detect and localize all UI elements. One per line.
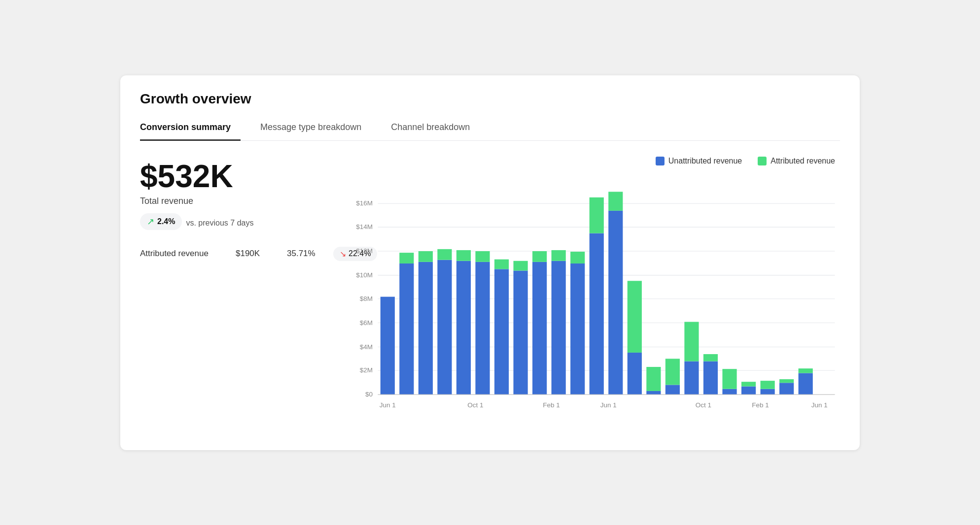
- bar-unattr-18: [722, 389, 736, 394]
- bar-unattr-1: [399, 263, 414, 394]
- legend-unattributed: Unattributed revenue: [656, 157, 742, 165]
- svg-text:$0: $0: [365, 391, 373, 398]
- bar-attr-21: [779, 379, 794, 383]
- bar-unattr-13: [628, 352, 642, 394]
- bar-attr-6: [494, 259, 509, 269]
- bar-unattr-5: [475, 262, 490, 394]
- attributed-label: Attributed revenue: [770, 157, 835, 165]
- bar-unattr-0: [381, 296, 395, 394]
- attributed-revenue-row: Attributed revenue $190K 35.71% ↘ 22.4%: [140, 247, 327, 261]
- attributed-label: Attributed revenue: [140, 249, 224, 259]
- bar-unattr-8: [532, 262, 547, 394]
- legend-attributed: Attributed revenue: [758, 157, 835, 165]
- bar-unattr-2: [419, 262, 433, 394]
- svg-text:$2M: $2M: [360, 366, 373, 374]
- tab-channel-breakdown[interactable]: Channel breakdown: [391, 117, 480, 141]
- svg-text:$6M: $6M: [360, 319, 373, 326]
- bar-attr-2: [419, 251, 433, 262]
- bar-attr-13: [628, 281, 642, 353]
- bar-attr-16: [684, 322, 699, 361]
- bar-attr-8: [532, 251, 547, 262]
- arrow-up-icon: ↗: [147, 216, 154, 227]
- chart-legend: Unattributed revenue Attributed revenue: [347, 157, 835, 165]
- svg-text:Feb 1: Feb 1: [752, 401, 769, 409]
- svg-text:$4M: $4M: [360, 343, 373, 350]
- bar-unattr-14: [646, 391, 661, 394]
- bar-unattr-11: [590, 233, 604, 394]
- bar-unattr-4: [456, 261, 471, 394]
- unattributed-color-swatch: [656, 157, 665, 165]
- bar-unattr-10: [570, 263, 585, 394]
- bar-attr-1: [399, 253, 414, 263]
- bar-attr-11: [590, 197, 604, 233]
- attributed-color-swatch: [758, 157, 767, 165]
- left-panel: $532K Total revenue ↗ 2.4% vs. previous …: [140, 157, 327, 261]
- tabs-container: Conversion summary Message type breakdow…: [140, 117, 840, 141]
- bar-unattr-21: [779, 383, 794, 394]
- bar-attr-17: [703, 354, 718, 361]
- bar-unattr-22: [799, 373, 813, 394]
- bar-unattr-12: [608, 210, 623, 394]
- bar-unattr-7: [514, 270, 528, 394]
- bar-unattr-3: [437, 260, 452, 394]
- bar-unattr-9: [552, 261, 566, 394]
- chart-container: $0 $2M $4M $6M $8M $10M $12M $14M $16M: [347, 174, 840, 430]
- growth-overview-card: Growth overview Conversion summary Messa…: [120, 75, 860, 450]
- bar-attr-19: [741, 382, 756, 386]
- bar-attr-4: [456, 250, 471, 261]
- bar-unattr-16: [684, 361, 699, 394]
- bar-attr-10: [570, 252, 585, 263]
- svg-text:$14M: $14M: [356, 223, 373, 230]
- tab-message-type[interactable]: Message type breakdown: [260, 117, 371, 141]
- bar-unattr-15: [665, 385, 680, 394]
- attributed-pct: 35.71%: [287, 249, 321, 259]
- svg-text:Oct 1: Oct 1: [696, 401, 711, 409]
- svg-text:Jun 1: Jun 1: [811, 401, 828, 409]
- bar-attr-12: [608, 192, 623, 210]
- svg-text:Feb 1: Feb 1: [543, 401, 560, 409]
- bar-attr-22: [799, 368, 813, 373]
- bar-unattr-19: [741, 386, 756, 394]
- bar-attr-20: [761, 381, 775, 389]
- change-badge: ↗ 2.4%: [140, 213, 182, 230]
- main-content: $532K Total revenue ↗ 2.4% vs. previous …: [140, 157, 840, 430]
- vs-label: vs. previous 7 days: [186, 219, 253, 228]
- bar-attr-14: [646, 367, 661, 391]
- svg-text:$16M: $16M: [356, 199, 373, 207]
- bar-attr-3: [437, 249, 452, 260]
- svg-text:$12M: $12M: [356, 247, 373, 255]
- bar-chart: $0 $2M $4M $6M $8M $10M $12M $14M $16M: [347, 174, 840, 430]
- svg-text:Oct 1: Oct 1: [467, 401, 483, 409]
- bar-attr-18: [722, 369, 736, 389]
- tab-conversion-summary[interactable]: Conversion summary: [140, 117, 241, 141]
- total-revenue-label: Total revenue: [140, 196, 327, 206]
- bar-unattr-6: [494, 269, 509, 394]
- total-revenue-value: $532K: [140, 161, 327, 192]
- svg-text:$10M: $10M: [356, 271, 373, 279]
- card-title: Growth overview: [140, 91, 840, 107]
- svg-text:$8M: $8M: [360, 295, 373, 302]
- bar-unattr-17: [703, 361, 718, 394]
- bar-attr-7: [514, 261, 528, 270]
- bar-attr-9: [552, 250, 566, 261]
- svg-text:Jun 1: Jun 1: [600, 401, 617, 409]
- arrow-down-icon: ↘: [340, 249, 346, 259]
- attributed-value: $190K: [236, 249, 275, 259]
- bar-attr-15: [665, 359, 680, 385]
- change-pct: 2.4%: [157, 217, 175, 226]
- svg-text:Jun 1: Jun 1: [380, 401, 396, 409]
- bar-unattr-20: [761, 389, 775, 394]
- bar-attr-5: [475, 251, 490, 262]
- unattributed-label: Unattributed revenue: [668, 157, 742, 165]
- chart-area: Unattributed revenue Attributed revenue: [347, 157, 840, 430]
